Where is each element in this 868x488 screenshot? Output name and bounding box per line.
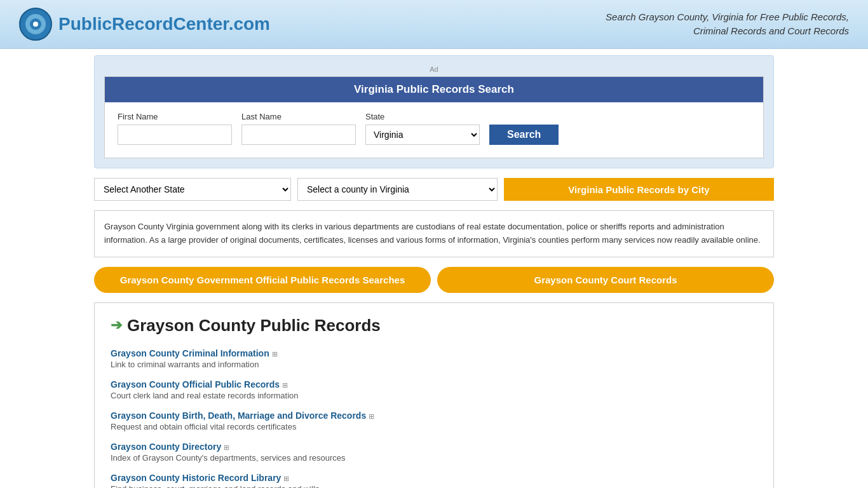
state-group: State Virginia: [365, 112, 480, 145]
logo-area: PublicRecordCenter.com: [19, 8, 270, 41]
external-link-icon: ⊞: [369, 412, 374, 420]
record-item: Grayson County Historic Record Library⊞F…: [111, 473, 757, 488]
record-description: Index of Grayson County's departments, s…: [111, 453, 757, 463]
first-name-label: First Name: [118, 112, 232, 121]
county-select[interactable]: Select a county in Virginia: [297, 178, 498, 201]
state-dropdown[interactable]: Virginia: [365, 125, 480, 145]
last-name-group: Last Name: [241, 112, 356, 145]
site-logo-text: PublicRecordCenter.com: [58, 14, 270, 34]
last-name-input[interactable]: [241, 125, 356, 145]
state-another-select[interactable]: Select Another State: [94, 178, 291, 201]
record-link[interactable]: Grayson County Birth, Death, Marriage an…: [111, 410, 366, 421]
site-header: PublicRecordCenter.com Search Grayson Co…: [0, 0, 868, 49]
action-buttons: Grayson County Government Official Publi…: [94, 267, 774, 293]
first-name-input[interactable]: [118, 125, 232, 145]
record-description: Find business, court, marriage and land …: [111, 484, 757, 488]
records-list: Grayson County Criminal Information⊞Link…: [111, 348, 757, 488]
external-link-icon: ⊞: [283, 475, 289, 482]
header-tagline: Search Grayson County, Virginia for Free…: [595, 10, 849, 39]
record-item: Grayson County Official Public Records⊞C…: [111, 379, 757, 400]
main-content: Ad Virginia Public Records Search First …: [85, 49, 783, 488]
state-label: State: [365, 112, 480, 121]
dropdowns-row: Select Another State Select a county in …: [94, 178, 774, 201]
search-button[interactable]: Search: [489, 125, 559, 145]
description-box: Grayson County Virginia government along…: [94, 210, 774, 257]
last-name-label: Last Name: [241, 112, 356, 121]
public-records-title: ➔ Grayson County Public Records: [111, 316, 757, 336]
description-text: Grayson County Virginia government along…: [104, 222, 761, 245]
ad-label: Ad: [104, 65, 764, 73]
record-item: Grayson County Criminal Information⊞Link…: [111, 348, 757, 369]
search-form-body: First Name Last Name State Virginia Sear…: [105, 102, 763, 158]
form-fields: First Name Last Name State Virginia Sear…: [118, 112, 750, 145]
record-link[interactable]: Grayson County Criminal Information: [111, 348, 269, 358]
external-link-icon: ⊞: [272, 350, 278, 358]
external-link-icon: ⊞: [282, 381, 288, 389]
search-form-title: Virginia Public Records Search: [105, 77, 763, 102]
record-description: Request and obtain official vital record…: [111, 422, 757, 431]
official-records-button[interactable]: Grayson County Government Official Publi…: [94, 267, 431, 293]
record-description: Link to criminal warrants and informatio…: [111, 360, 757, 369]
record-link[interactable]: Grayson County Historic Record Library: [111, 473, 281, 483]
record-item: Grayson County Directory⊞Index of Grayso…: [111, 442, 757, 463]
first-name-group: First Name: [118, 112, 232, 145]
search-form-container: Virginia Public Records Search First Nam…: [104, 76, 764, 158]
logo-icon: [19, 8, 52, 41]
record-link[interactable]: Grayson County Directory: [111, 442, 221, 452]
city-records-button[interactable]: Virginia Public Records by City: [504, 178, 774, 201]
record-link[interactable]: Grayson County Official Public Records: [111, 379, 280, 390]
svg-point-3: [33, 22, 38, 27]
public-records-title-text: Grayson County Public Records: [127, 316, 381, 336]
court-records-button[interactable]: Grayson County Court Records: [437, 267, 774, 293]
record-item: Grayson County Birth, Death, Marriage an…: [111, 410, 757, 431]
ad-section: Ad Virginia Public Records Search First …: [94, 55, 774, 168]
arrow-icon: ➔: [111, 317, 122, 334]
record-description: Court clerk land and real estate records…: [111, 391, 757, 400]
external-link-icon: ⊞: [224, 444, 229, 451]
public-records-section: ➔ Grayson County Public Records Grayson …: [94, 302, 774, 488]
